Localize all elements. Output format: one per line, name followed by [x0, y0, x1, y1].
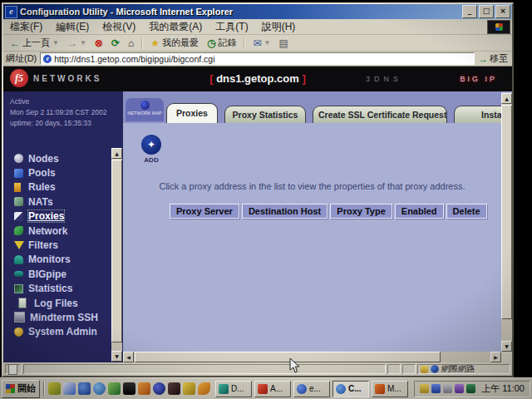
- sidebar-item-rules[interactable]: Rules: [3, 180, 111, 195]
- menu-favorites[interactable]: 我的最愛(A): [142, 20, 209, 34]
- maximize-button[interactable]: □: [479, 5, 494, 18]
- sidebar-scroll-thumb[interactable]: [111, 160, 122, 342]
- sidebar-item-statistics[interactable]: Statistics: [3, 282, 111, 296]
- taskbar-clock: 上午 11:00: [481, 382, 525, 395]
- quicklaunch-icon[interactable]: [183, 382, 195, 395]
- sidebar-item-pools[interactable]: Pools: [3, 165, 111, 180]
- favorites-button[interactable]: ★ 我的最愛: [147, 36, 202, 50]
- mail-dropdown-icon[interactable]: ▼: [264, 39, 271, 47]
- quicklaunch-icon[interactable]: [48, 382, 61, 395]
- go-icon: →: [478, 54, 488, 64]
- stop-icon: ⊗: [95, 38, 103, 48]
- document-icon: [8, 364, 17, 375]
- tab-install-ssl-certificate[interactable]: Install SSL Certif: [454, 106, 501, 123]
- quicklaunch-icon[interactable]: [138, 382, 150, 395]
- task-button-configuration-utility[interactable]: C...: [332, 381, 369, 397]
- menu-file[interactable]: 檔案(F): [3, 20, 49, 34]
- menu-view[interactable]: 檢視(V): [96, 20, 142, 34]
- menu-tools[interactable]: 工具(T): [209, 20, 254, 34]
- sidebar-item-log-files[interactable]: Log Files: [3, 296, 111, 310]
- internet-globe-icon: [431, 365, 439, 373]
- quicklaunch-icon[interactable]: [168, 382, 180, 395]
- quicklaunch-icon[interactable]: [108, 382, 121, 395]
- windows-flag-icon: [6, 384, 15, 393]
- task-button-3[interactable]: e...: [293, 381, 330, 397]
- bigpipe-icon: [14, 271, 23, 277]
- sidebar-item-system-admin[interactable]: System Admin: [3, 325, 111, 339]
- tab-create-ssl-certificate-request[interactable]: Create SSL Certificate Request: [313, 106, 447, 123]
- menu-edit[interactable]: 編輯(E): [49, 20, 96, 34]
- ie-logo-throbber: [487, 20, 510, 34]
- tray-icon[interactable]: [420, 384, 429, 393]
- main-horizontal-scrollbar[interactable]: ◀ ▶: [123, 352, 501, 362]
- quicklaunch-icon[interactable]: [198, 382, 210, 395]
- stop-button[interactable]: ⊗: [91, 37, 106, 49]
- scroll-up-icon[interactable]: ▲: [111, 148, 122, 159]
- sidebar-item-nats[interactable]: NATs: [3, 195, 111, 209]
- back-dropdown-icon[interactable]: ▼: [52, 39, 59, 47]
- task-button-5[interactable]: M...: [372, 381, 408, 397]
- sidebar-item-nodes[interactable]: Nodes: [3, 151, 111, 165]
- status-page-pane: [5, 364, 22, 374]
- scrollbar-corner: [501, 352, 512, 362]
- network-map-button[interactable]: NETWORK MAP: [126, 98, 164, 121]
- address-input[interactable]: e http://dns1.getop.com/bigipgui/bigconf…: [40, 52, 475, 65]
- status-message-pane: [23, 364, 386, 374]
- sidebar-item-network[interactable]: Network: [3, 224, 111, 238]
- sidebar-item-monitors[interactable]: Monitors: [3, 253, 111, 267]
- tray-icon[interactable]: [431, 384, 441, 393]
- sidebar-item-filters[interactable]: Filters: [3, 238, 111, 252]
- quicklaunch-icon[interactable]: [123, 382, 135, 395]
- column-enabled: Enabled: [395, 204, 444, 219]
- main-vertical-scrollbar[interactable]: ▲ ▼: [501, 93, 512, 352]
- toolbar-separator: [141, 37, 143, 49]
- start-button[interactable]: 開始: [2, 380, 40, 398]
- sidebar-scrollbar[interactable]: ▲ ▼: [111, 148, 122, 362]
- history-button[interactable]: ◷ 記錄: [204, 36, 239, 50]
- minimize-button[interactable]: _: [462, 5, 477, 18]
- go-button[interactable]: → 移至: [478, 52, 510, 65]
- instruction-text: Click a proxy address in the list to vie…: [123, 181, 501, 191]
- refresh-button[interactable]: ⟳: [108, 37, 123, 49]
- mail-button[interactable]: ✉ ▼: [249, 37, 273, 49]
- scroll-left-icon[interactable]: ◀: [123, 352, 134, 362]
- main-vscroll-thumb[interactable]: [501, 105, 512, 319]
- sidebar-item-mindterm-ssh[interactable]: Mindterm SSH: [3, 310, 111, 324]
- scroll-right-icon[interactable]: ▶: [490, 352, 501, 362]
- quicklaunch-icon[interactable]: [153, 382, 165, 395]
- site-header: f5 NETWORKS [ dns1.getop.com ] 3DNS BIG …: [3, 66, 512, 91]
- scroll-down-icon[interactable]: ▼: [111, 351, 122, 362]
- main-hscroll-thumb[interactable]: [135, 352, 441, 362]
- task-button-2[interactable]: A...: [254, 381, 291, 397]
- network-map-icon: [140, 101, 150, 110]
- forward-button[interactable]: → ▼: [64, 37, 90, 49]
- tray-icon[interactable]: [443, 384, 452, 393]
- toolbar-separator: [244, 37, 245, 49]
- tab-proxy-statistics[interactable]: Proxy Statistics: [224, 106, 306, 123]
- scroll-down-icon[interactable]: ▼: [501, 341, 512, 352]
- tab-bar: NETWORK MAP Proxies Proxy Statistics Cre…: [123, 91, 501, 124]
- task-icon: [219, 384, 229, 394]
- back-button[interactable]: ← 上一頁 ▼: [7, 36, 62, 50]
- task-button-1[interactable]: D...: [215, 381, 252, 397]
- tab-proxies[interactable]: Proxies: [166, 103, 218, 123]
- tray-icon[interactable]: [466, 384, 475, 393]
- sidebar-item-proxies[interactable]: Proxies: [3, 209, 111, 224]
- taskbar: 開始 D... A... e...: [0, 377, 532, 399]
- sidebar-item-bigpipe[interactable]: BIGpipe: [3, 267, 111, 281]
- quicklaunch-icon[interactable]: [93, 382, 106, 395]
- add-proxy-button[interactable]: ✦: [141, 135, 161, 155]
- title-bar[interactable]: e Configuration Utility - Microsoft Inte…: [3, 4, 512, 19]
- close-button[interactable]: ×: [495, 5, 510, 18]
- mouse-cursor: [289, 357, 301, 374]
- quicklaunch-icon[interactable]: [63, 382, 76, 395]
- print-button[interactable]: ▤: [275, 37, 291, 49]
- scroll-up-icon[interactable]: ▲: [501, 93, 512, 104]
- home-button[interactable]: ⌂: [125, 37, 137, 49]
- forward-dropdown-icon[interactable]: ▼: [80, 39, 86, 47]
- menu-help[interactable]: 說明(H): [255, 20, 303, 34]
- tray-icon[interactable]: [455, 384, 464, 393]
- main-frame: NETWORK MAP Proxies Proxy Statistics Cre…: [123, 91, 512, 362]
- quicklaunch-icon[interactable]: [78, 382, 91, 395]
- add-button-label: ADD: [141, 156, 161, 164]
